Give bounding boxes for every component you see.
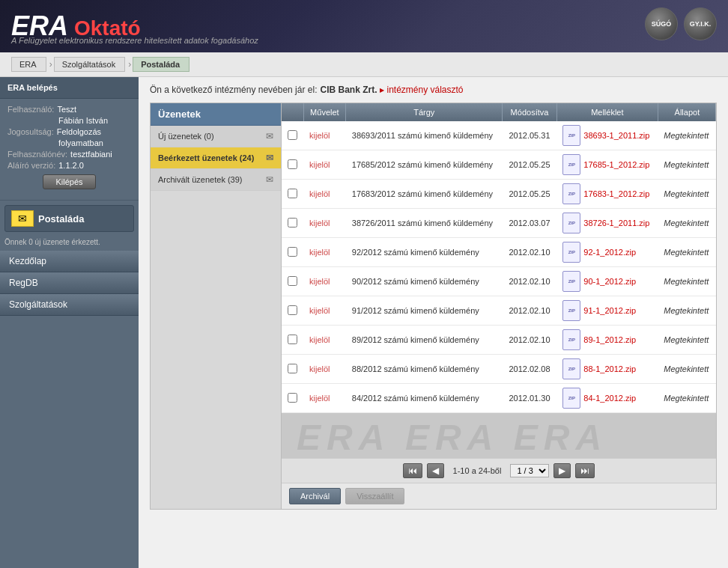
- sidebar-item-szolgaltatasok[interactable]: Szolgáltatások: [0, 294, 139, 316]
- sidebar: ERA belépés Felhasználó: Teszt Fábián Is…: [0, 77, 139, 568]
- row-muvelet[interactable]: kijelöl: [303, 267, 346, 296]
- row-muvelet[interactable]: kijelöl: [303, 384, 346, 413]
- row-allapot: Megtekintett: [658, 180, 716, 209]
- zip-download-link[interactable]: 38693-1_2011.zip: [583, 131, 649, 140]
- pagination-bar: ⏮ ◀ 1-10 a 24-ből 1 / 3 2 / 3 3 / 3 ▶ ⏭: [282, 458, 716, 483]
- row-checkbox-cell: [282, 209, 303, 238]
- row-muvelet[interactable]: kijelöl: [303, 238, 346, 267]
- row-muvelet[interactable]: kijelöl: [303, 180, 346, 209]
- messages-table: Művelet Tárgy Módosítva Melléklet Állapo…: [282, 103, 716, 413]
- gyik-button[interactable]: GY.I.K.: [684, 7, 717, 40]
- row-modositva: 2012.05.31: [503, 121, 557, 150]
- zip-download-link[interactable]: 91-1_2012.zip: [583, 306, 636, 315]
- row-checkbox[interactable]: [288, 218, 297, 227]
- row-modositva: 2012.02.10: [503, 267, 557, 296]
- first-page-button[interactable]: ⏮: [403, 463, 422, 478]
- sidebar-login-box: Felhasználó: Teszt Fábián István Jogosul…: [0, 99, 139, 201]
- archival-button[interactable]: Archivál: [289, 488, 341, 504]
- row-targy: 17685/2012 számú kimenő küldemény: [346, 150, 503, 180]
- row-targy: 38726/2011 számú kimenő küldemény: [346, 209, 503, 238]
- messages-container: Üzenetek Új üzenetek (0) ✉ Beérkezett üz…: [150, 103, 717, 510]
- visszaallitas-button[interactable]: Visszaállít: [345, 488, 404, 504]
- zip-icon: ZIP: [562, 213, 580, 233]
- row-checkbox[interactable]: [288, 335, 297, 344]
- breadcrumb-szolgaltatasok[interactable]: Szolgáltatások: [54, 57, 126, 72]
- tab-beerkezett-uzenetek[interactable]: Beérkezett üzenetek (24) ✉: [151, 147, 281, 169]
- page-select[interactable]: 1 / 3 2 / 3 3 / 3: [510, 464, 549, 477]
- zip-icon: ZIP: [562, 300, 580, 321]
- content: Ön a következő intézmény nevében jár el:…: [139, 77, 728, 568]
- sidebar-felhasznalonev-row: Felhasználónév: tesztfabiani: [7, 150, 131, 159]
- sidebar-felhasznalonev-value: tesztfabiani: [70, 150, 112, 159]
- row-muvelet[interactable]: kijelöl: [303, 326, 346, 355]
- row-modositva: 2012.05.25: [503, 150, 557, 180]
- institution-selector-link[interactable]: intézmény választó: [380, 85, 463, 95]
- zip-download-link[interactable]: 89-1_2012.zip: [583, 335, 636, 344]
- sidebar-felhasznalo-row: Felhasználó: Teszt: [7, 105, 131, 114]
- row-muvelet[interactable]: kijelöl: [303, 296, 346, 326]
- table-row: kijelöl 17683/2012 számú kimenő küldemén…: [282, 180, 716, 209]
- row-melleklet: ZIP 91-1_2012.zip: [556, 296, 658, 325]
- row-modositva: 2012.02.10: [503, 326, 557, 355]
- tab-beerkezett-uzenetek-label: Beérkezett üzenetek (24): [158, 153, 254, 162]
- row-checkbox-cell: [282, 267, 303, 296]
- row-checkbox[interactable]: [288, 130, 297, 140]
- pagination-info: 1-10 a 24-ből: [453, 466, 502, 475]
- row-melleklet: ZIP 17683-1_2012.zip: [556, 180, 658, 208]
- zip-download-link[interactable]: 90-1_2012.zip: [583, 277, 636, 286]
- tab-archivalt-uzenetek[interactable]: Archivált üzenetek (39) ✉: [151, 169, 281, 191]
- col-melleklet: Melléklet: [556, 103, 658, 121]
- row-checkbox[interactable]: [288, 247, 297, 257]
- row-checkbox[interactable]: [288, 305, 297, 315]
- zip-download-link[interactable]: 38726-1_2011.zip: [583, 219, 649, 227]
- sidebar-item-regdb[interactable]: RegDB: [0, 272, 139, 294]
- sidebar-alairo-row: Aláíró verzió: 1.1.2.0: [7, 161, 131, 170]
- table-row: kijelöl 89/2012 számú kimenő küldemény 2…: [282, 326, 716, 355]
- row-checkbox[interactable]: [288, 393, 297, 403]
- row-muvelet[interactable]: kijelöl: [303, 209, 346, 238]
- breadcrumb-era[interactable]: ERA: [11, 57, 46, 72]
- row-melleklet: ZIP 89-1_2012.zip: [556, 326, 658, 354]
- prev-page-button[interactable]: ◀: [427, 463, 444, 478]
- row-targy: 92/2012 számú kimenő küldemény: [346, 238, 503, 267]
- row-melleklet: ZIP 92-1_2012.zip: [556, 238, 658, 266]
- row-checkbox[interactable]: [288, 189, 297, 198]
- sidebar-section-login: ERA belépés: [0, 77, 139, 99]
- sugo-button[interactable]: SÚGÓ: [645, 7, 678, 40]
- row-allapot: Megtekintett: [658, 326, 716, 355]
- row-allapot: Megtekintett: [658, 355, 716, 384]
- row-checkbox-cell: [282, 238, 303, 267]
- row-melleklet: ZIP 17685-1_2012.zip: [556, 150, 658, 179]
- row-checkbox[interactable]: [288, 159, 297, 169]
- row-checkbox[interactable]: [288, 364, 297, 373]
- zip-download-link[interactable]: 17685-1_2012.zip: [583, 160, 649, 169]
- sidebar-jogosultsag-row: Jogosultság: Feldolgozás: [7, 127, 131, 136]
- message-list: Üzenetek Új üzenetek (0) ✉ Beérkezett üz…: [151, 103, 282, 509]
- breadcrumb-postaladabox[interactable]: Postaláda: [133, 57, 189, 72]
- row-muvelet[interactable]: kijelöl: [303, 355, 346, 384]
- table-row: kijelöl 84/2012 számú kimenő küldemény 2…: [282, 384, 716, 413]
- table-row: kijelöl 38726/2011 számú kimenő küldemén…: [282, 209, 716, 238]
- last-page-button[interactable]: ⏭: [575, 463, 595, 478]
- row-checkbox[interactable]: [288, 276, 297, 286]
- zip-icon: ZIP: [562, 358, 580, 379]
- row-targy: 90/2012 számú kimenő küldemény: [346, 267, 503, 296]
- tab-uj-uzenetek[interactable]: Új üzenetek (0) ✉: [151, 126, 281, 147]
- logout-button[interactable]: Kilépés: [43, 174, 95, 189]
- envelope-small-icon-2: ✉: [266, 153, 273, 163]
- sidebar-item-kezdolap[interactable]: Kezdőlap: [0, 251, 139, 272]
- row-muvelet[interactable]: kijelöl: [303, 150, 346, 180]
- row-targy: 17683/2012 számú kimenő küldemény: [346, 180, 503, 209]
- tab-uj-uzenetek-label: Új üzenetek (0): [158, 132, 214, 141]
- zip-download-link[interactable]: 17683-1_2012.zip: [583, 189, 649, 198]
- zip-download-link[interactable]: 88-1_2012.zip: [583, 364, 636, 373]
- zip-download-link[interactable]: 92-1_2012.zip: [583, 248, 636, 257]
- messages-panel-title: Üzenetek: [151, 103, 281, 126]
- row-checkbox-cell: [282, 296, 303, 326]
- institution-name: CIB Bank Zrt.: [320, 85, 377, 95]
- row-targy: 84/2012 számú kimenő küldemény: [346, 384, 503, 413]
- row-muvelet[interactable]: kijelöl: [303, 121, 346, 150]
- zip-download-link[interactable]: 84-1_2012.zip: [583, 394, 636, 403]
- next-page-button[interactable]: ▶: [553, 463, 571, 478]
- envelope-small-icon-3: ✉: [266, 174, 273, 185]
